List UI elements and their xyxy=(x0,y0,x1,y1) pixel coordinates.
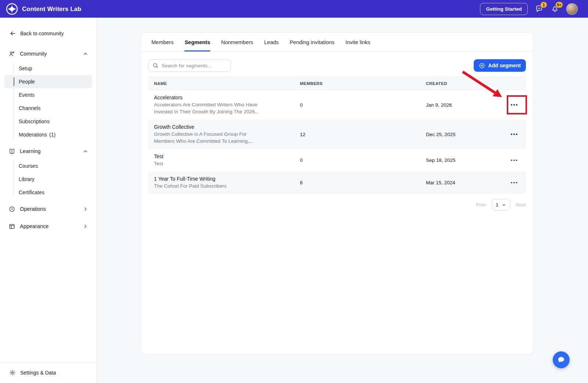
segment-created: Jan 9, 2026 xyxy=(426,102,493,108)
settings-and-data-link[interactable]: Settings & Data xyxy=(0,362,97,383)
sidebar-nav: Community Setup People Events Channels S… xyxy=(0,46,97,234)
name-cell: Growth Collective Growth Collective Is A… xyxy=(148,124,300,145)
chevron-down-icon xyxy=(502,203,506,207)
sidebar-section-learning[interactable]: Learning xyxy=(4,144,92,159)
actions-cell xyxy=(493,178,526,187)
app-logo-icon[interactable] xyxy=(6,3,18,15)
sidebar-item-events[interactable]: Events xyxy=(4,88,92,102)
chat-widget-button[interactable] xyxy=(553,351,570,368)
sidebar-section-operations[interactable]: Operations xyxy=(4,202,92,216)
sidebar-item-label: Courses xyxy=(19,163,38,169)
next-button[interactable]: Next xyxy=(516,202,526,208)
sidebar-item-courses[interactable]: Courses xyxy=(4,159,92,173)
row-actions-button[interactable] xyxy=(508,100,521,109)
learning-sublist: Courses Library Certificates xyxy=(4,159,92,199)
sidebar-section-community[interactable]: Community xyxy=(4,46,92,61)
sidebar-item-label: Certificates xyxy=(19,189,44,195)
column-header-name: NAME xyxy=(148,81,300,86)
segment-description: The Cohort For Paid Subscribers xyxy=(154,183,269,190)
tab-members[interactable]: Members xyxy=(151,33,173,52)
sidebar-section-appearance[interactable]: Appearance xyxy=(4,219,92,234)
avatar[interactable] xyxy=(566,3,578,15)
segment-description: Growth Collective Is A Focused Group For… xyxy=(154,131,269,145)
appearance-icon xyxy=(8,223,15,230)
segments-toolbar: Add segment xyxy=(141,59,533,72)
sidebar-item-label: People xyxy=(19,79,35,85)
add-segment-button[interactable]: Add segment xyxy=(474,59,526,72)
operations-icon xyxy=(8,206,15,213)
sidebar-item-library[interactable]: Library xyxy=(4,173,92,186)
segments-panel: Members Segments Nonmembers Leads Pendin… xyxy=(141,32,533,354)
actions-cell xyxy=(493,156,526,165)
table-row[interactable]: Accelerators Accelerators Are Committed … xyxy=(148,90,526,120)
sidebar-item-subscriptions[interactable]: Subscriptions xyxy=(4,115,92,128)
segment-name: Accelerators xyxy=(154,95,300,100)
segment-members: 0 xyxy=(300,102,426,108)
segment-members: 12 xyxy=(300,132,426,137)
row-actions-button[interactable] xyxy=(508,156,521,165)
segment-name: Test xyxy=(154,153,300,159)
sidebar: Back to community Community Setup People xyxy=(0,18,97,383)
actions-cell xyxy=(493,100,526,109)
sidebar-item-moderations[interactable]: Moderations (1) xyxy=(4,128,92,141)
segment-name: 1 Year To Full-Time Writing xyxy=(154,176,300,182)
sidebar-section-label: Community xyxy=(20,51,47,57)
add-segment-label: Add segment xyxy=(488,63,521,68)
chevron-up-icon xyxy=(83,51,88,57)
search-input[interactable] xyxy=(162,63,226,68)
messages-button[interactable]: 1 xyxy=(535,4,544,13)
moderations-count: (1) xyxy=(49,132,55,138)
top-bar: Content Writers Lab Getting Started 1 9+ xyxy=(0,0,588,18)
back-arrow-icon xyxy=(10,30,16,37)
segment-created: Dec 25, 2025 xyxy=(426,132,493,137)
sidebar-item-people[interactable]: People xyxy=(4,75,92,88)
back-link-label: Back to community xyxy=(20,31,64,36)
sidebar-item-label: Moderations xyxy=(19,132,47,138)
sidebar-item-label: Subscriptions xyxy=(19,118,50,124)
table-header-row: NAME MEMBERS CREATED xyxy=(148,77,526,90)
row-actions-button[interactable] xyxy=(508,130,521,139)
name-cell: 1 Year To Full-Time Writing The Cohort F… xyxy=(148,176,300,190)
sidebar-section-label: Learning xyxy=(20,148,40,154)
prev-button[interactable]: Prev xyxy=(476,202,486,208)
sidebar-item-label: Channels xyxy=(19,105,40,111)
tab-invite-links[interactable]: Invite links xyxy=(345,33,370,52)
tab-segments[interactable]: Segments xyxy=(184,33,210,52)
chevron-right-icon xyxy=(83,224,88,229)
messages-badge: 1 xyxy=(541,2,547,8)
search-icon xyxy=(153,63,158,68)
notifications-badge: 9+ xyxy=(556,2,563,8)
page-select[interactable]: 1 xyxy=(492,199,510,210)
segments-table: NAME MEMBERS CREATED Accelerators Accele… xyxy=(148,77,526,194)
community-icon xyxy=(8,50,15,57)
chevron-right-icon xyxy=(83,206,88,212)
name-cell: Accelerators Accelerators Are Committed … xyxy=(148,95,300,116)
segment-members: 8 xyxy=(300,180,426,185)
sidebar-item-setup[interactable]: Setup xyxy=(4,62,92,75)
column-header-created: CREATED xyxy=(426,81,493,86)
chat-widget-icon xyxy=(557,355,566,364)
segment-created: Mar 15, 2024 xyxy=(426,180,493,185)
tab-leads[interactable]: Leads xyxy=(264,33,279,52)
table-row[interactable]: Test Test 0 Sep 18, 2025 xyxy=(148,149,526,171)
getting-started-button[interactable]: Getting Started xyxy=(480,3,528,15)
table-row[interactable]: 1 Year To Full-Time Writing The Cohort F… xyxy=(148,171,526,194)
segment-description: Accelerators Are Committed Writers Who H… xyxy=(154,102,269,116)
table-row[interactable]: Growth Collective Growth Collective Is A… xyxy=(148,120,526,149)
people-tabs: Members Segments Nonmembers Leads Pendin… xyxy=(141,33,533,52)
sidebar-item-label: Events xyxy=(19,92,35,98)
plus-circle-icon xyxy=(479,63,485,69)
tab-nonmembers[interactable]: Nonmembers xyxy=(221,33,253,52)
back-to-community-link[interactable]: Back to community xyxy=(10,30,97,37)
sidebar-item-certificates[interactable]: Certificates xyxy=(4,186,92,199)
topbar-actions: Getting Started 1 9+ xyxy=(480,3,582,15)
column-header-members: MEMBERS xyxy=(300,81,426,86)
notifications-button[interactable]: 9+ xyxy=(551,4,559,13)
page-number: 1 xyxy=(496,202,499,208)
pagination: Prev 1 Next xyxy=(148,199,526,210)
tab-pending-invitations[interactable]: Pending invitations xyxy=(290,33,334,52)
sidebar-item-channels[interactable]: Channels xyxy=(4,102,92,115)
search-box[interactable] xyxy=(148,59,231,72)
row-actions-button[interactable] xyxy=(508,178,521,187)
chevron-up-icon xyxy=(83,149,88,154)
